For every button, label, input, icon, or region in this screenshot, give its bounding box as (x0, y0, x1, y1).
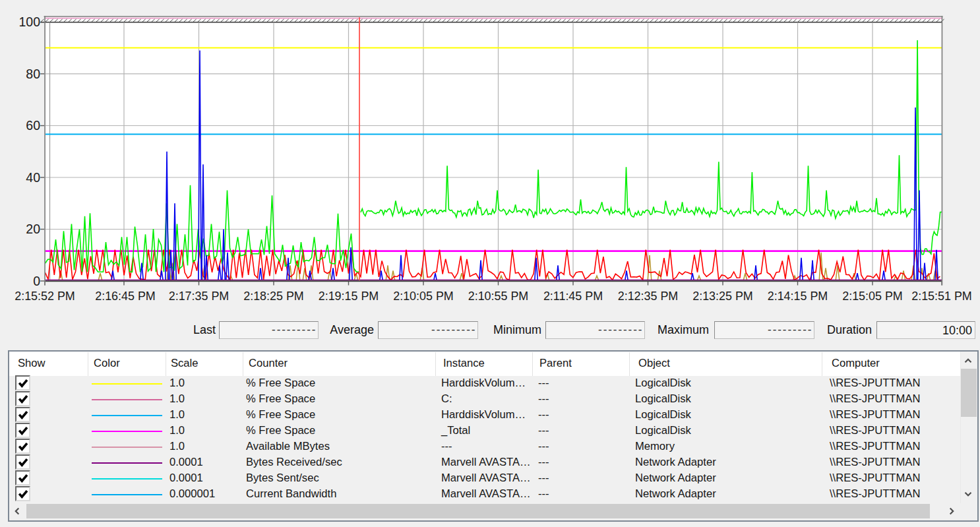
svg-text:2:13:25 PM: 2:13:25 PM (692, 290, 753, 303)
svg-text:60: 60 (26, 118, 40, 133)
svg-text:2:10:05 PM: 2:10:05 PM (393, 290, 454, 303)
svg-text:20: 20 (26, 222, 40, 236)
svg-text:80: 80 (26, 67, 40, 81)
svg-text:2:14:15 PM: 2:14:15 PM (768, 290, 828, 303)
svg-text:2:15:52 PM: 2:15:52 PM (15, 290, 75, 303)
svg-text:2:15:51 PM: 2:15:51 PM (911, 290, 972, 303)
svg-text:40: 40 (26, 170, 40, 185)
svg-text:0: 0 (33, 274, 40, 288)
svg-text:100: 100 (18, 15, 40, 29)
svg-text:2:19:15 PM: 2:19:15 PM (319, 290, 379, 303)
svg-text:2:18:25 PM: 2:18:25 PM (243, 290, 304, 303)
svg-text:2:10:55 PM: 2:10:55 PM (468, 290, 529, 303)
svg-text:2:16:45 PM: 2:16:45 PM (95, 290, 156, 303)
svg-text:2:15:05 PM: 2:15:05 PM (842, 290, 903, 303)
svg-text:2:12:35 PM: 2:12:35 PM (618, 290, 679, 303)
svg-text:2:11:45 PM: 2:11:45 PM (543, 290, 603, 303)
svg-text:2:17:35 PM: 2:17:35 PM (169, 290, 230, 303)
